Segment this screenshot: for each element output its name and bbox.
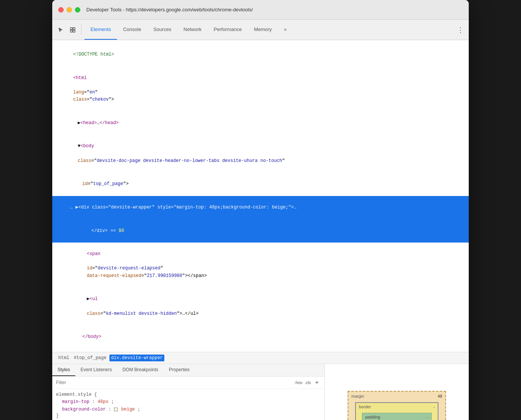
minimize-button[interactable] — [67, 7, 72, 12]
panel-tabs: Styles Event Listeners DOM Breakpoints P… — [52, 364, 324, 376]
box-model-panel: margin 48 - - - border - - - - — [325, 364, 469, 420]
cursor-icon[interactable] — [55, 25, 66, 35]
dom-line[interactable]: </body> — [52, 325, 469, 349]
dom-line-selected[interactable]: … ▶<div class="devsite-wrapper" style="m… — [52, 196, 469, 219]
svg-rect-0 — [70, 28, 72, 30]
padding-value: - — [427, 415, 428, 419]
dom-line[interactable]: <html lang="en" class="chekov"> — [52, 67, 469, 112]
tab-elements[interactable]: Elements — [84, 20, 117, 40]
border-value: - — [433, 404, 435, 409]
cls-filter[interactable]: .cls — [305, 380, 311, 385]
css-selector[interactable]: element.style { — [56, 392, 321, 397]
breadcrumb-html[interactable]: html — [57, 355, 71, 361]
tab-styles[interactable]: Styles — [52, 364, 75, 376]
tab-memory[interactable]: Memory — [248, 20, 278, 40]
breadcrumb-active[interactable]: div.devsite-wrapper — [109, 355, 164, 361]
dom-line[interactable]: <span id="devsite-request-elapsed" data-… — [52, 243, 469, 288]
svg-rect-2 — [70, 30, 72, 32]
dom-line[interactable]: <!DOCTYPE html> — [52, 43, 469, 67]
css-prop[interactable]: background-color : beige ; — [56, 406, 321, 413]
dom-line[interactable]: ▶<head>…</head> — [52, 112, 469, 135]
dom-line[interactable]: ▶<ul class="kd-menulist devsite-hidden">… — [52, 288, 469, 325]
add-style-button[interactable]: + — [313, 379, 321, 386]
window-title: Developer Tools - https://developers.goo… — [86, 7, 253, 12]
inspect-icon[interactable] — [67, 25, 78, 35]
tab-properties[interactable]: Properties — [164, 364, 195, 376]
filter-hints: :hov .cls + — [295, 379, 321, 386]
margin-label: margin — [351, 394, 364, 398]
devtools-window: Developer Tools - https://developers.goo… — [52, 0, 469, 420]
toolbar: Elements Console Sources Network Perform… — [52, 20, 469, 40]
border-label: border — [359, 404, 371, 409]
filter-input[interactable] — [56, 380, 295, 385]
traffic-lights — [58, 7, 80, 12]
bottom-panel: Styles Event Listeners DOM Breakpoints P… — [52, 364, 469, 420]
tab-console[interactable]: Console — [117, 20, 147, 40]
css-content: element.style { margin-top : 48px ; back… — [52, 389, 324, 420]
close-button[interactable] — [58, 7, 64, 12]
maximize-button[interactable] — [75, 7, 80, 12]
menu-button[interactable]: ⋮ — [455, 25, 466, 35]
breadcrumb-top-of-page[interactable]: #top_of_page — [72, 355, 108, 361]
toolbar-end: ⋮ — [455, 25, 466, 35]
color-swatch[interactable] — [114, 408, 118, 411]
svg-rect-1 — [73, 28, 75, 30]
padding-label: padding — [365, 415, 380, 419]
tab-network[interactable]: Network — [178, 20, 208, 40]
svg-rect-3 — [73, 30, 75, 32]
css-prop[interactable]: margin-top : 48px ; — [56, 398, 321, 406]
dom-line[interactable]: </div> == $0 — [52, 219, 469, 243]
dom-line[interactable]: ▼<body class="devsite-doc-page devsite-h… — [52, 135, 469, 173]
tab-event-listeners[interactable]: Event Listeners — [75, 364, 117, 376]
tab-more[interactable]: » — [278, 20, 293, 40]
dom-panel: <!DOCTYPE html> <html lang="en" class="c… — [52, 40, 469, 352]
hov-filter[interactable]: :hov — [295, 380, 303, 385]
tab-dom-breakpoints[interactable]: DOM Breakpoints — [117, 364, 164, 376]
box-model: margin 48 - - - border - - - - — [348, 391, 446, 420]
css-rule-element-style: element.style { margin-top : 48px ; back… — [56, 392, 321, 419]
padding-layer: padding - - — [362, 413, 432, 420]
dom-line[interactable]: id="top_of_page"> — [52, 173, 469, 196]
main-tabs: Elements Console Sources Network Perform… — [84, 20, 293, 40]
tab-performance[interactable]: Performance — [207, 20, 248, 40]
css-close-brace: } — [56, 413, 321, 418]
styles-panel: Styles Event Listeners DOM Breakpoints P… — [52, 364, 325, 420]
titlebar: Developer Tools - https://developers.goo… — [52, 0, 469, 20]
filter-bar: :hov .cls + — [52, 376, 324, 389]
toolbar-icons — [55, 25, 81, 35]
margin-top-value: 48 — [438, 394, 442, 398]
box-model-container: margin 48 - - - border - - - - — [325, 364, 469, 420]
tab-sources[interactable]: Sources — [147, 20, 178, 40]
breadcrumb: html #top_of_page div.devsite-wrapper — [52, 352, 469, 364]
